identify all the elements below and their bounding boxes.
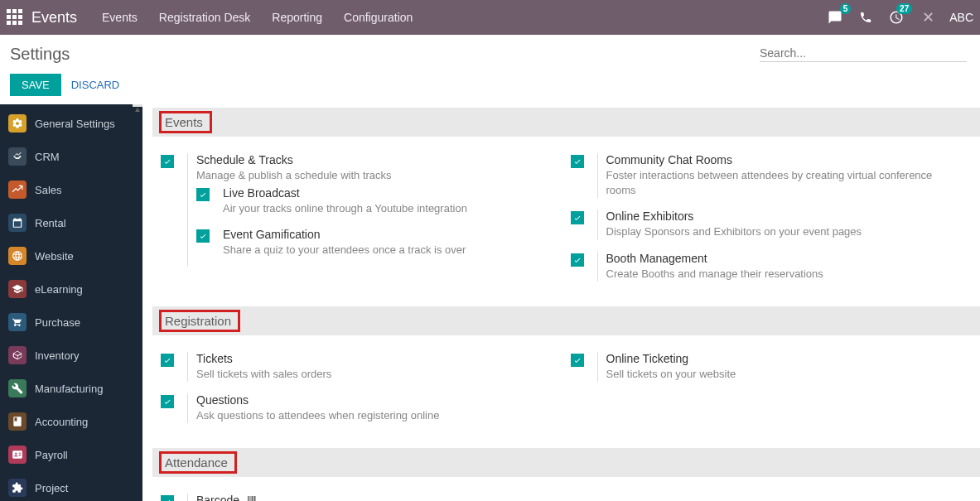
- save-button[interactable]: SAVE: [10, 74, 61, 96]
- section-header-attendance: Attendance: [152, 448, 980, 477]
- sidebar-item-label: Payroll: [35, 449, 68, 461]
- option-title: Tickets: [196, 352, 535, 365]
- checkbox[interactable]: [161, 395, 174, 408]
- highlight-box: Registration: [159, 310, 240, 332]
- section-header-registration: Registration: [152, 306, 980, 335]
- options-grid: TicketsSell tickets with sales ordersQue…: [152, 344, 980, 445]
- sidebar-item-general-settings[interactable]: General Settings: [0, 107, 142, 140]
- checkbox[interactable]: [161, 495, 174, 501]
- option-desc: Ask questions to attendees when register…: [196, 408, 535, 423]
- activities-icon[interactable]: 27: [889, 10, 904, 25]
- option-title: Schedule & Tracks: [196, 153, 535, 166]
- nav-reporting[interactable]: Reporting: [272, 11, 322, 24]
- book-icon: [8, 412, 27, 431]
- calendar-key-icon: [8, 214, 27, 232]
- checkbox[interactable]: [161, 354, 174, 367]
- checkbox[interactable]: [571, 354, 584, 367]
- nav-events[interactable]: Events: [102, 11, 138, 24]
- graduation-icon: [8, 280, 27, 298]
- sidebar-item-project[interactable]: Project: [0, 471, 142, 501]
- sidebar-item-payroll[interactable]: Payroll: [0, 438, 142, 471]
- settings-sidebar: General SettingsCRMSalesRentalWebsiteeLe…: [0, 104, 142, 501]
- setting-option: Booth ManagementCreate Booths and manage…: [571, 248, 981, 290]
- options-col-right: [571, 490, 981, 501]
- discard-button[interactable]: DISCARD: [71, 79, 120, 91]
- wrench-icon: [8, 379, 27, 397]
- option-title: Questions: [196, 393, 535, 407]
- setting-option: TicketsSell tickets with sales orders: [161, 349, 571, 390]
- setting-option: QuestionsAsk questions to attendees when…: [161, 390, 571, 431]
- settings-main: EventsSchedule & TracksManage & publish …: [142, 104, 980, 501]
- sidebar-item-crm[interactable]: CRM: [0, 140, 142, 173]
- options-col-left: TicketsSell tickets with sales ordersQue…: [161, 349, 571, 431]
- sidebar-item-label: CRM: [35, 151, 60, 163]
- sidebar-item-label: Rental: [35, 217, 66, 229]
- search-input[interactable]: [760, 46, 967, 60]
- option-title: Online Ticketing: [606, 352, 945, 365]
- options-grid: Barcode: [152, 485, 980, 501]
- setting-option: Barcode: [161, 490, 571, 501]
- checkbox[interactable]: [571, 211, 584, 224]
- setting-option: Online TicketingSell tickets on your web…: [571, 349, 981, 390]
- sidebar-item-purchase[interactable]: Purchase: [0, 306, 142, 339]
- option-desc: Display Sponsors and Exhibitors on your …: [606, 224, 945, 239]
- barcode-icon: [246, 494, 258, 501]
- handshake-icon: [8, 147, 27, 166]
- option-desc: Share a quiz to your attendees once a tr…: [223, 243, 535, 258]
- sidebar-item-rental[interactable]: Rental: [0, 206, 142, 239]
- user-menu[interactable]: ABC: [949, 11, 973, 24]
- id-card-icon: [8, 446, 27, 464]
- setting-option: Schedule & TracksManage & publish a sche…: [161, 150, 571, 275]
- sidebar-item-sales[interactable]: Sales: [0, 173, 142, 206]
- checkbox[interactable]: [196, 229, 210, 243]
- highlight-box: Attendance: [159, 451, 237, 474]
- sidebar-item-label: Website: [35, 250, 74, 263]
- search-wrap: [760, 46, 967, 62]
- options-col-left: Schedule & TracksManage & publish a sche…: [161, 150, 571, 290]
- checkbox[interactable]: [161, 155, 174, 168]
- highlight-box: Events: [159, 111, 212, 133]
- option-title: Event Gamification: [223, 228, 535, 241]
- sidebar-item-label: eLearning: [35, 283, 83, 296]
- apps-grid-icon[interactable]: [7, 9, 23, 26]
- option-title: Barcode: [196, 494, 535, 501]
- app-brand[interactable]: Events: [31, 9, 77, 26]
- chart-up-icon: [8, 181, 27, 199]
- sidebar-item-inventory[interactable]: Inventory: [0, 339, 142, 372]
- option-title: Booth Management: [606, 252, 945, 265]
- options-grid: Schedule & TracksManage & publish a sche…: [152, 145, 980, 303]
- nav-registration-desk[interactable]: Registration Desk: [159, 11, 251, 24]
- messages-badge: 5: [840, 3, 852, 14]
- close-icon[interactable]: ✕: [922, 8, 934, 26]
- setting-option: Event GamificationShare a quiz to your a…: [196, 224, 535, 266]
- phone-icon[interactable]: [859, 11, 872, 24]
- page-title: Settings: [10, 45, 760, 64]
- sidebar-item-website[interactable]: Website: [0, 239, 142, 272]
- sidebar-item-label: Manufacturing: [35, 383, 103, 395]
- options-col-right: Community Chat RoomsFoster interactions …: [571, 150, 981, 290]
- options-col-right: Online TicketingSell tickets on your web…: [571, 349, 981, 431]
- cart-icon: [8, 313, 27, 331]
- sidebar-scroll-up-icon[interactable]: [133, 104, 142, 107]
- sidebar-item-elearning[interactable]: eLearning: [0, 272, 142, 306]
- sidebar-item-label: Accounting: [35, 416, 88, 428]
- checkbox[interactable]: [571, 253, 584, 267]
- setting-option: Community Chat RoomsFoster interactions …: [571, 150, 981, 206]
- sidebar-item-label: Sales: [35, 184, 62, 196]
- setting-option: Live BroadcastAir your tracks online thr…: [196, 183, 535, 224]
- option-title: Online Exhibitors: [606, 210, 945, 223]
- nav-configuration[interactable]: Configuration: [344, 11, 413, 24]
- option-desc: Sell tickets on your website: [606, 367, 945, 382]
- sidebar-item-manufacturing[interactable]: Manufacturing: [0, 372, 142, 405]
- options-col-left: Barcode: [161, 490, 571, 501]
- action-row: SAVE DISCARD: [0, 70, 980, 104]
- option-title: Community Chat Rooms: [606, 153, 945, 166]
- option-desc: Sell tickets with sales orders: [196, 367, 535, 382]
- option-desc: Manage & publish a schedule with tracks: [196, 168, 535, 183]
- sidebar-item-accounting[interactable]: Accounting: [0, 405, 142, 438]
- checkbox[interactable]: [196, 188, 210, 201]
- section-header-events: Events: [152, 108, 980, 137]
- checkbox[interactable]: [571, 155, 584, 168]
- sidebar-item-label: Inventory: [35, 349, 79, 362]
- messages-icon[interactable]: 5: [828, 10, 842, 25]
